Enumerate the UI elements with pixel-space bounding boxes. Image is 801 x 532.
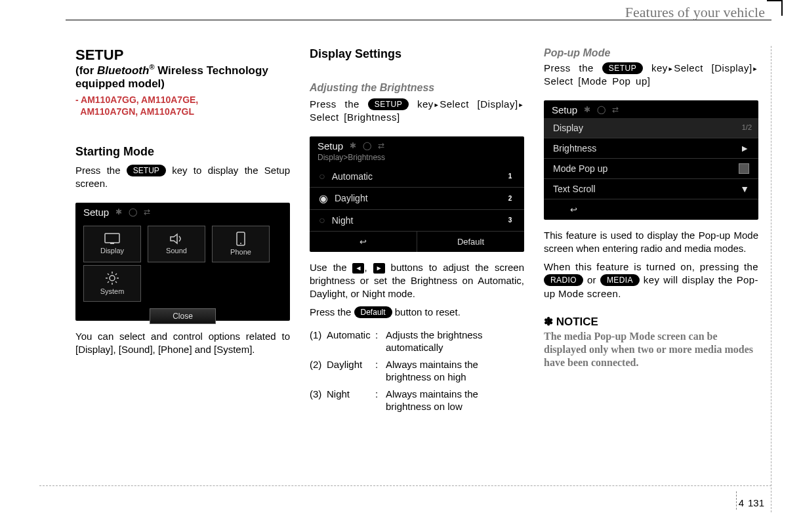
display-icon [104, 233, 120, 245]
popup-instruction: Press the SETUP keySelect [Display]Selec… [544, 62, 758, 89]
option-automatic[interactable]: ○Automatic 1 [310, 166, 524, 187]
right-triangle-icon [752, 62, 758, 73]
display-header-label: Display [553, 123, 583, 133]
models-prefix: - [75, 94, 81, 105]
display-menu-screenshot: Setup ✱ ◯ ⇄ Display 1/2 Brightness ► [544, 100, 758, 220]
press-the: Press the [310, 98, 368, 110]
row-mode-popup[interactable]: Mode Pop up [544, 158, 758, 178]
close-button[interactable]: Close [150, 308, 216, 324]
svg-line-11 [108, 281, 109, 283]
bottom-dashed-line [39, 485, 771, 486]
back-button[interactable]: ↩ [310, 232, 417, 252]
legend-item-1: (1) Automatic:Adjusts the brightness aut… [310, 329, 524, 354]
right-triangle-icon [518, 98, 524, 110]
brightness-options-legend: (1) Automatic:Adjusts the brightness aut… [310, 329, 524, 417]
manual-page: Features of your vehicle SETUP (for Blue… [0, 0, 801, 532]
setup-tiles-row-2: System [75, 265, 290, 304]
use-1: Use the [310, 262, 352, 273]
setup-tiles-row-1: Display Sound Phone [75, 220, 290, 265]
page-fraction: 1/2 [742, 123, 752, 131]
media-keycap: MEDIA [600, 274, 640, 286]
screenshot-footer: ↩ Default [310, 231, 524, 252]
row-brightness-label: Brightness [553, 143, 596, 153]
svg-line-12 [115, 274, 117, 275]
option-night[interactable]: ○Night 3 [310, 209, 524, 231]
system-tile[interactable]: System [83, 265, 141, 302]
setup-keycap: SETUP [127, 165, 166, 176]
row-brightness[interactable]: Brightness ► [544, 138, 758, 158]
header-rule [66, 20, 771, 20]
breadcrumb: Display>Brightness [310, 152, 524, 166]
setup-heading: SETUP [75, 47, 290, 63]
models-line-1: AM110A7GG, AM110A7GE, [81, 94, 198, 105]
back-icon: ↩ [359, 237, 367, 247]
legend-num-1: (1) [310, 329, 327, 354]
display-settings-heading: Display Settings [310, 47, 524, 61]
page-number-divider [736, 491, 737, 510]
right-triangle-icon [668, 62, 674, 73]
option-automatic-label: Automatic [332, 171, 373, 182]
select-brightness: Select [Brightness] [310, 112, 400, 123]
popup-feature-para-1: This feature is used to display the Pop-… [544, 229, 758, 256]
svg-point-4 [110, 276, 115, 281]
para2b: or [583, 274, 600, 285]
select-display: Select [Display] [674, 62, 752, 73]
sound-tile[interactable]: Sound [148, 226, 205, 262]
key-word: key [643, 62, 668, 73]
chapter-number: 4 [739, 497, 744, 508]
brightness-instruction: Press the SETUP keySelect [Display]Selec… [310, 98, 524, 125]
row-text-scroll[interactable]: Text Scroll ▼ [544, 178, 758, 199]
phone-tile[interactable]: Phone [212, 226, 270, 262]
setup-footer-text: You can select and control options relat… [75, 330, 290, 357]
svg-line-10 [115, 281, 117, 283]
column-3: Pop-up Mode Press the SETUP keySelect [D… [544, 47, 758, 480]
page-number-value: 131 [748, 497, 764, 508]
press-default-1: Press the [310, 306, 354, 317]
screenshot-titlebar: Setup ✱ ◯ ⇄ [544, 100, 758, 118]
applicable-models: - AM110A7GG, AM110A7GE, AM110A7GN, AM110… [75, 94, 290, 117]
svg-rect-1 [110, 243, 114, 244]
back-button[interactable]: ↩ [544, 199, 603, 220]
callout-1: 1 [505, 171, 515, 181]
column-1: SETUP (for Bluetooth® Wireless Technolog… [75, 47, 290, 480]
option-night-label: Night [332, 215, 354, 226]
option-daylight[interactable]: ◉Daylight 2 [310, 187, 524, 209]
press-the: Press the [544, 62, 602, 73]
bluetooth-word: Bluetooth [97, 64, 149, 77]
para2a: When this feature is turned on, pressing… [544, 261, 758, 272]
notice-body: The media Pop-up Mode screen can be disp… [544, 330, 758, 369]
corner-bracket-decoration [767, 0, 783, 16]
row-mode-popup-label: Mode Pop up [553, 163, 607, 174]
default-button[interactable]: Default [417, 232, 524, 252]
callout-2: 2 [505, 194, 515, 203]
system-tile-label: System [100, 287, 125, 295]
popup-feature-para-2: When this feature is turned on, pressing… [544, 260, 758, 300]
bluetooth-status-icon: ✱ [115, 207, 122, 216]
legend-term-3: Night [327, 388, 373, 413]
brightness-screenshot: Setup ✱ ◯ ⇄ Display>Brightness ○Automati… [310, 136, 524, 252]
notice-star-icon: ✽ [544, 316, 553, 328]
circle-status-icon: ◯ [129, 207, 137, 216]
setup-keycap: SETUP [602, 62, 644, 74]
back-icon: ↩ [570, 205, 577, 215]
legend-def-2: Always maintains the brightness on high [386, 358, 524, 384]
bluetooth-status-icon: ✱ [584, 105, 590, 114]
notice-word: NOTICE [556, 316, 598, 328]
select-modepopup: Select [Mode Pop up] [544, 75, 650, 87]
chevron-down-icon: ▼ [740, 184, 749, 194]
press-default-para: Press the Default button to reset. [310, 306, 524, 319]
gear-icon [105, 271, 119, 285]
select-display: Select [Display] [440, 98, 518, 110]
sound-icon [169, 233, 184, 245]
press-the: Press the [75, 165, 127, 176]
display-tile[interactable]: Display [83, 226, 141, 262]
use-2: , [364, 262, 373, 273]
starting-mode-heading: Starting Mode [75, 145, 290, 159]
screenshot-titlebar: Setup ✱ ◯ ⇄ [310, 136, 524, 152]
phone-tile-label: Phone [230, 248, 251, 256]
screenshot-title: Setup [83, 207, 109, 218]
legend-term-2: Daylight [327, 358, 373, 384]
setup-keycap: SETUP [368, 98, 409, 110]
legend-term-1: Automatic [327, 329, 373, 354]
screenshot-title: Setup [552, 104, 577, 115]
